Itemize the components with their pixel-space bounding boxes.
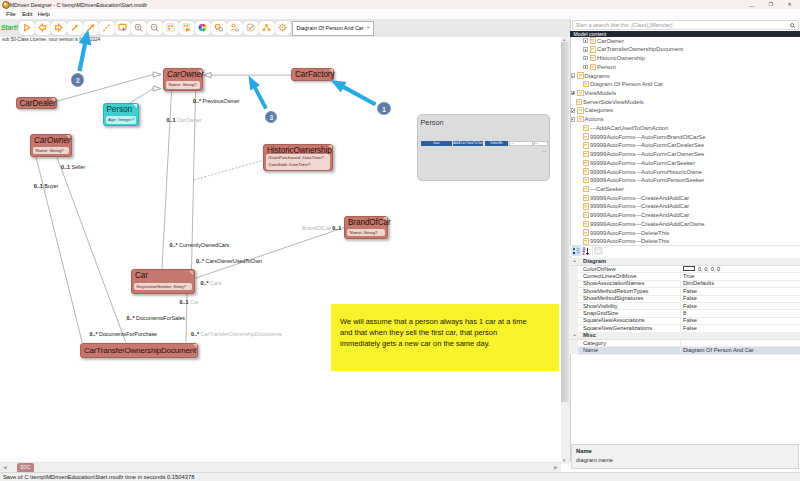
svg-text:Z: Z: [582, 251, 585, 256]
